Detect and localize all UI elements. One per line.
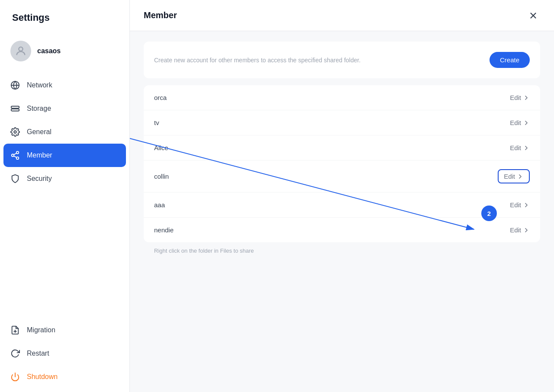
sidebar-item-restart[interactable]: Restart bbox=[0, 342, 129, 365]
sidebar-item-member[interactable]: Member bbox=[3, 144, 126, 167]
create-description: Create new account for other members to … bbox=[154, 57, 361, 64]
main-header: Member bbox=[130, 0, 554, 31]
sidebar-item-migration[interactable]: Migration bbox=[0, 318, 129, 342]
member-name: collin bbox=[154, 173, 169, 180]
create-button[interactable]: Create bbox=[490, 52, 530, 68]
sidebar-item-security[interactable]: Security bbox=[0, 167, 129, 190]
member-item-aaa[interactable]: aaa Edit bbox=[144, 193, 540, 218]
app-title: Settings bbox=[0, 0, 129, 34]
svg-rect-3 bbox=[11, 106, 19, 109]
bottom-hint: Right click on the folder in Files to sh… bbox=[144, 242, 540, 259]
main-title: Member bbox=[144, 10, 177, 20]
sidebar-item-shutdown-label: Shutdown bbox=[27, 373, 58, 381]
member-item-nendie[interactable]: nendie Edit bbox=[144, 218, 540, 242]
sidebar-item-network-label: Network bbox=[27, 81, 52, 89]
edit-button-nendie[interactable]: Edit bbox=[510, 226, 530, 234]
general-icon bbox=[10, 127, 20, 137]
member-icon bbox=[10, 151, 20, 160]
sidebar-item-security-label: Security bbox=[27, 175, 52, 183]
member-name: aaa bbox=[154, 201, 165, 209]
svg-point-5 bbox=[14, 131, 16, 133]
sidebar-item-shutdown[interactable]: Shutdown bbox=[0, 365, 129, 389]
network-icon bbox=[10, 80, 20, 90]
sidebar-item-member-label: Member bbox=[27, 151, 52, 159]
avatar bbox=[10, 41, 31, 61]
username: casaos bbox=[37, 47, 61, 55]
svg-line-9 bbox=[14, 156, 16, 157]
sidebar-item-storage[interactable]: Storage bbox=[0, 97, 129, 120]
member-name: Alice bbox=[154, 144, 168, 151]
member-item-tv[interactable]: tv Edit bbox=[144, 110, 540, 135]
storage-icon bbox=[10, 104, 20, 113]
sidebar-item-migration-label: Migration bbox=[27, 326, 55, 334]
member-item-alice[interactable]: Alice Edit bbox=[144, 135, 540, 161]
migration-icon bbox=[10, 325, 20, 335]
sidebar-nav: Network Storage bbox=[0, 70, 129, 392]
member-name: orca bbox=[154, 94, 167, 101]
sidebar-item-general[interactable]: General bbox=[0, 120, 129, 144]
member-name: nendie bbox=[154, 226, 174, 234]
svg-point-0 bbox=[19, 47, 23, 51]
edit-button-collin[interactable]: Edit bbox=[498, 169, 530, 183]
edit-button-tv[interactable]: Edit bbox=[510, 119, 530, 126]
member-item-collin[interactable]: collin Edit bbox=[144, 161, 540, 193]
edit-button-orca[interactable]: Edit bbox=[510, 94, 530, 101]
sidebar-item-network[interactable]: Network bbox=[0, 74, 129, 97]
sidebar-item-restart-label: Restart bbox=[27, 350, 49, 357]
svg-line-10 bbox=[14, 153, 16, 155]
security-icon bbox=[10, 174, 20, 183]
sidebar-item-storage-label: Storage bbox=[27, 105, 51, 112]
restart-icon bbox=[10, 349, 20, 358]
main-content: Create new account for other members to … bbox=[130, 31, 554, 392]
edit-button-aaa[interactable]: Edit bbox=[510, 201, 530, 209]
member-list: orca Edit tv Edit Alice bbox=[144, 85, 540, 242]
user-profile: casaos bbox=[0, 34, 129, 70]
sidebar: Settings casaos Netwo bbox=[0, 0, 130, 392]
member-item-orca[interactable]: orca Edit bbox=[144, 85, 540, 110]
main-panel: Member Create new account for other memb… bbox=[130, 0, 554, 392]
edit-button-alice[interactable]: Edit bbox=[510, 144, 530, 151]
shutdown-icon bbox=[10, 372, 20, 382]
sidebar-item-general-label: General bbox=[27, 128, 52, 136]
svg-rect-4 bbox=[11, 109, 19, 111]
close-button[interactable] bbox=[526, 9, 540, 22]
member-name: tv bbox=[154, 119, 159, 126]
settings-window: Settings casaos Netwo bbox=[0, 0, 554, 392]
create-section: Create new account for other members to … bbox=[144, 42, 540, 78]
